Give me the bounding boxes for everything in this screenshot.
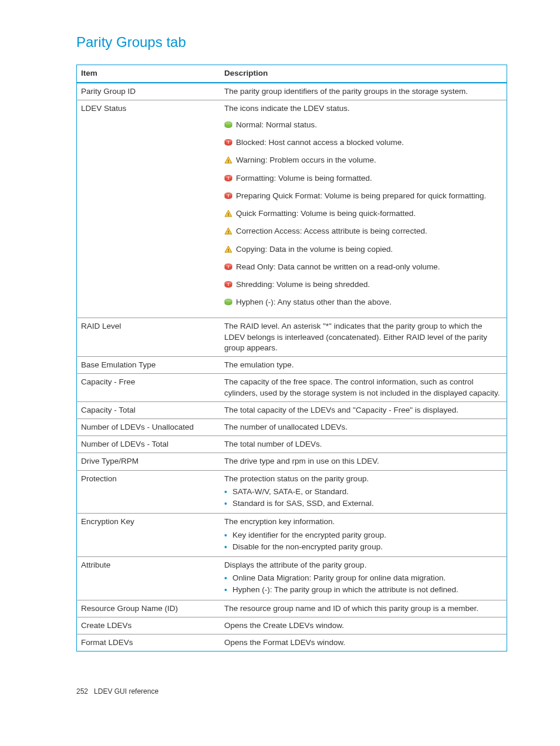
- status-line: Warning: Problem occurs in the volume.: [224, 155, 502, 167]
- red-cyl-icon: [224, 174, 232, 185]
- status-line: Read Only: Data cannot be written on a r…: [224, 262, 502, 274]
- status-line: Correction Access: Access attribute is b…: [224, 226, 502, 238]
- col-item: Item: [77, 65, 221, 83]
- list-item: Online Data Migration: Parity group for …: [232, 573, 502, 583]
- table-row: Base Emulation Type The emulation type.: [77, 357, 507, 374]
- status-text: Copying: Data in the volume is being cop…: [236, 245, 393, 254]
- desc-cell: The drive type and rpm in use on this LD…: [220, 453, 507, 470]
- status-line: Copying: Data in the volume is being cop…: [224, 244, 502, 256]
- enckey-intro: The encryption key information.: [224, 517, 502, 527]
- warn-icon: [224, 227, 232, 238]
- ldev-status-intro: The icons indicate the LDEV status.: [224, 103, 502, 114]
- status-line: Shredding: Volume is being shredded.: [224, 279, 502, 291]
- status-text: Quick Formatting: Volume is being quick-…: [236, 209, 416, 218]
- list-item: Key identifier for the encrypted parity …: [232, 530, 502, 541]
- status-line: Quick Formatting: Volume is being quick-…: [224, 208, 502, 220]
- desc-cell: The capacity of the free space. The cont…: [220, 374, 507, 401]
- desc-cell: Opens the Format LDEVs window.: [220, 634, 507, 652]
- table-row: Number of LDEVs - Total The total number…: [77, 436, 507, 453]
- status-text: Shredding: Volume is being shredded.: [236, 280, 370, 289]
- desc-cell: The number of unallocated LDEVs.: [220, 418, 507, 436]
- status-line: Formatting: Volume is being formatted.: [224, 173, 502, 185]
- col-description: Description: [220, 65, 507, 83]
- page-footer: 252 LDEV GUI reference: [76, 687, 507, 696]
- desc-cell: Opens the Create LDEVs window.: [220, 617, 507, 634]
- status-line: Hyphen (-): Any status other than the ab…: [224, 297, 502, 309]
- protection-intro: The protection status on the parity grou…: [224, 474, 502, 484]
- warn-icon: [224, 210, 232, 220]
- item-cell: Format LDEVs: [77, 634, 221, 652]
- table-row: Parity Group ID The parity group identif…: [77, 83, 507, 100]
- item-cell: Parity Group ID: [77, 83, 221, 100]
- desc-cell: Displays the attribute of the parity gro…: [220, 556, 507, 600]
- list-item: SATA-W/V, SATA-E, or Standard.: [232, 487, 502, 497]
- table-row: Create LDEVs Opens the Create LDEVs wind…: [77, 617, 507, 634]
- page-title: Parity Groups tab: [76, 33, 507, 52]
- parity-groups-table: Item Description Parity Group ID The par…: [76, 65, 507, 652]
- status-line: Blocked: Host cannot access a blocked vo…: [224, 137, 502, 149]
- item-cell: Number of LDEVs - Unallocated: [77, 418, 221, 436]
- protection-list: SATA-W/V, SATA-E, or Standard. Standard …: [224, 487, 502, 509]
- footer-section: LDEV GUI reference: [94, 687, 158, 696]
- status-text: Blocked: Host cannot access a blocked vo…: [236, 138, 404, 147]
- list-item: Standard is for SAS, SSD, and External.: [232, 498, 502, 509]
- table-row: Attribute Displays the attribute of the …: [77, 556, 507, 600]
- enckey-list: Key identifier for the encrypted parity …: [224, 530, 502, 552]
- green-cyl-icon: [224, 298, 232, 309]
- attribute-intro: Displays the attribute of the parity gro…: [224, 560, 502, 571]
- item-cell: Number of LDEVs - Total: [77, 436, 221, 453]
- warn-icon: [224, 156, 232, 167]
- list-item: Disable for the non-encrypted parity gro…: [232, 542, 502, 552]
- item-cell: Base Emulation Type: [77, 357, 221, 374]
- desc-cell: The encryption key information. Key iden…: [220, 514, 507, 557]
- desc-cell: The protection status on the parity grou…: [220, 470, 507, 514]
- page-number: 252: [76, 687, 88, 696]
- table-row: Capacity - Total The total capacity of t…: [77, 401, 507, 418]
- item-cell: Drive Type/RPM: [77, 453, 221, 470]
- attribute-list: Online Data Migration: Parity group for …: [224, 573, 502, 595]
- item-cell: Create LDEVs: [77, 617, 221, 634]
- status-line: Normal: Normal status.: [224, 120, 502, 131]
- status-text: Read Only: Data cannot be written on a r…: [236, 262, 440, 271]
- item-cell: Encryption Key: [77, 514, 221, 557]
- desc-cell: The RAID level. An asterisk "*" indicate…: [220, 318, 507, 357]
- table-row: Format LDEVs Opens the Format LDEVs wind…: [77, 634, 507, 652]
- status-text: Formatting: Volume is being formatted.: [236, 174, 372, 183]
- green-cyl-icon: [224, 121, 232, 131]
- item-cell: Protection: [77, 470, 221, 514]
- table-row: LDEV Status The icons indicate the LDEV …: [77, 100, 507, 318]
- red-cyl-icon: [224, 281, 232, 291]
- table-row: Encryption Key The encryption key inform…: [77, 514, 507, 557]
- list-item: Hyphen (-): The parity group in which th…: [232, 585, 502, 595]
- table-row: Number of LDEVs - Unallocated The number…: [77, 418, 507, 436]
- desc-cell: The total number of LDEVs.: [220, 436, 507, 453]
- status-text: Hyphen (-): Any status other than the ab…: [236, 298, 392, 306]
- table-row: Capacity - Free The capacity of the free…: [77, 374, 507, 401]
- desc-cell: The resource group name and ID of which …: [220, 600, 507, 617]
- table-row: Drive Type/RPM The drive type and rpm in…: [77, 453, 507, 470]
- desc-cell: The parity group identifiers of the pari…: [220, 83, 507, 100]
- red-cyl-icon: [224, 139, 232, 149]
- desc-cell: The total capacity of the LDEVs and "Cap…: [220, 401, 507, 418]
- red-cyl-icon: [224, 192, 232, 202]
- red-cyl-icon: [224, 263, 232, 274]
- warn-icon: [224, 245, 232, 256]
- table-row: Resource Group Name (ID) The resource gr…: [77, 600, 507, 617]
- status-line: Preparing Quick Format: Volume is being …: [224, 191, 502, 202]
- item-cell: Capacity - Total: [77, 401, 221, 418]
- item-cell: Attribute: [77, 556, 221, 600]
- desc-cell: The icons indicate the LDEV status. Norm…: [220, 100, 507, 318]
- table-row: RAID Level The RAID level. An asterisk "…: [77, 318, 507, 357]
- status-text: Normal: Normal status.: [236, 120, 317, 129]
- item-cell: LDEV Status: [77, 100, 221, 318]
- table-row: Protection The protection status on the …: [77, 470, 507, 514]
- item-cell: Capacity - Free: [77, 374, 221, 401]
- item-cell: RAID Level: [77, 318, 221, 357]
- desc-cell: The emulation type.: [220, 357, 507, 374]
- status-text: Preparing Quick Format: Volume is being …: [236, 191, 486, 200]
- status-text: Warning: Problem occurs in the volume.: [236, 156, 376, 164]
- status-text: Correction Access: Access attribute is b…: [236, 227, 427, 235]
- item-cell: Resource Group Name (ID): [77, 600, 221, 617]
